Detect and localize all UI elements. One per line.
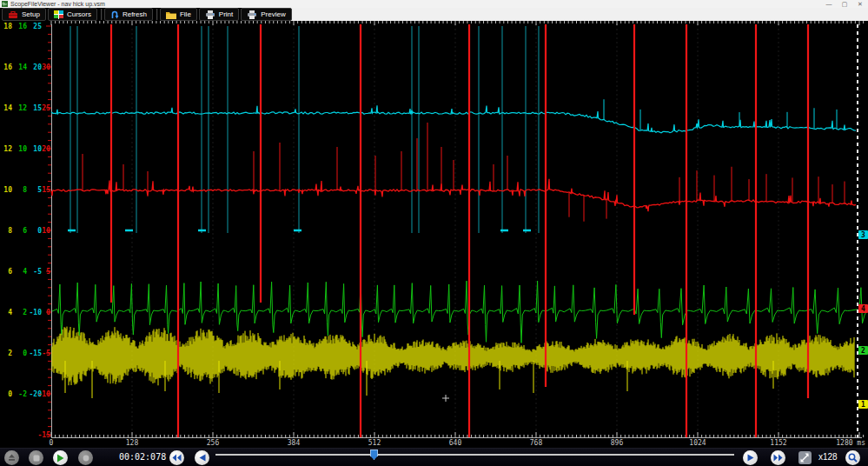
svg-text:-10: -10 xyxy=(38,390,51,398)
file-button[interactable]: File xyxy=(160,8,197,21)
svg-text:16: 16 xyxy=(18,23,27,30)
red-trace xyxy=(51,123,856,222)
svg-text:-10: -10 xyxy=(30,309,43,316)
scope-plot-canvas[interactable]: 0128256384512640768896102411521280 ms181… xyxy=(0,21,868,448)
fast-forward-button[interactable] xyxy=(771,450,785,465)
svg-text:12: 12 xyxy=(3,145,12,153)
print-preview-icon xyxy=(247,10,257,19)
svg-text:10: 10 xyxy=(3,186,12,194)
left-scale-labels: 1816141210864201614121086420-22520151050… xyxy=(3,23,50,439)
svg-text:25: 25 xyxy=(42,104,50,112)
app-icon xyxy=(2,1,8,7)
svg-text:-15: -15 xyxy=(38,431,51,439)
svg-text:10: 10 xyxy=(33,145,42,153)
rewind-icon xyxy=(172,454,182,462)
record-icon xyxy=(83,455,89,462)
fit-view-button[interactable] xyxy=(798,451,812,464)
red-spike-lines xyxy=(111,24,808,437)
step-back-button[interactable] xyxy=(195,450,209,465)
toolbar-button-strip: Setup Cursors Refresh xyxy=(0,8,288,21)
setup-button[interactable]: Setup xyxy=(2,8,46,21)
cursors-button[interactable]: Cursors xyxy=(48,8,97,21)
refresh-button[interactable]: Refresh xyxy=(104,8,153,21)
stop-button[interactable] xyxy=(29,450,43,465)
svg-text:-5: -5 xyxy=(42,350,50,357)
svg-text:16: 16 xyxy=(3,63,12,71)
folder-icon xyxy=(166,10,176,19)
crosshair-marker xyxy=(442,395,449,402)
print-button[interactable]: Print xyxy=(199,8,239,21)
svg-text:3: 3 xyxy=(861,231,865,239)
svg-text:512: 512 xyxy=(368,439,381,447)
preview-label: Preview xyxy=(261,10,285,18)
print-label: Print xyxy=(219,10,233,18)
svg-text:1024: 1024 xyxy=(689,439,706,447)
svg-text:0: 0 xyxy=(50,439,54,447)
svg-text:0: 0 xyxy=(23,350,27,357)
eject-button[interactable] xyxy=(4,450,19,465)
fast-forward-icon xyxy=(773,454,783,462)
svg-text:6: 6 xyxy=(8,268,12,276)
svg-text:0: 0 xyxy=(46,309,50,316)
stop-icon xyxy=(33,455,40,462)
toolbar-separator xyxy=(101,9,103,20)
svg-text:18: 18 xyxy=(3,23,12,30)
svg-text:14: 14 xyxy=(3,104,12,112)
svg-text:10: 10 xyxy=(18,145,27,153)
scope-file-viewer-window: ScopeFileViewer - nav hick up.vsm — ▢ ✕ … xyxy=(0,0,868,466)
svg-text:14: 14 xyxy=(18,63,27,71)
window-title: ScopeFileViewer - nav hick up.vsm xyxy=(10,0,105,8)
svg-text:1280 ms: 1280 ms xyxy=(836,439,865,447)
svg-text:20: 20 xyxy=(42,145,50,153)
svg-text:896: 896 xyxy=(611,439,624,447)
svg-text:-5: -5 xyxy=(33,268,42,276)
svg-text:30: 30 xyxy=(42,63,50,71)
refresh-label: Refresh xyxy=(123,10,147,18)
play-button[interactable] xyxy=(53,450,68,465)
timeline-slider-thumb[interactable] xyxy=(370,449,378,460)
time-display: 00:02:078 xyxy=(119,452,166,462)
svg-text:8: 8 xyxy=(8,227,12,235)
step-forward-icon xyxy=(747,454,754,462)
svg-text:640: 640 xyxy=(449,439,462,447)
svg-text:15: 15 xyxy=(33,104,42,112)
svg-text:1152: 1152 xyxy=(770,439,786,447)
minimize-button[interactable]: — xyxy=(821,0,837,8)
preview-button[interactable]: Preview xyxy=(241,8,291,21)
svg-text:2: 2 xyxy=(23,309,27,316)
refresh-icon xyxy=(110,10,119,19)
svg-text:8: 8 xyxy=(23,186,27,194)
svg-text:1: 1 xyxy=(861,401,865,409)
toolbox-icon xyxy=(8,10,18,19)
close-button[interactable]: ✕ xyxy=(852,0,868,8)
svg-text:4: 4 xyxy=(8,309,12,316)
transport-bar: 00:02:078 xyxy=(0,448,868,466)
svg-text:10: 10 xyxy=(42,227,50,235)
cyan-dropout-lines xyxy=(68,26,546,233)
cursors-label: Cursors xyxy=(67,10,91,18)
svg-text:25: 25 xyxy=(33,23,42,30)
play-icon xyxy=(56,454,64,463)
maximize-button[interactable]: ▢ xyxy=(837,0,852,8)
svg-text:15: 15 xyxy=(42,186,50,194)
toolbar: Setup Cursors Refresh xyxy=(0,8,868,21)
svg-text:2: 2 xyxy=(861,347,865,355)
green-trace xyxy=(52,281,868,343)
zoom-button[interactable] xyxy=(845,450,860,465)
svg-text:4: 4 xyxy=(23,268,27,276)
scope-plot[interactable]: 0128256384512640768896102411521280 ms181… xyxy=(0,21,868,448)
svg-text:-2: -2 xyxy=(18,390,27,398)
title-bar: ScopeFileViewer - nav hick up.vsm — ▢ ✕ xyxy=(0,0,868,8)
step-forward-button[interactable] xyxy=(743,450,758,465)
svg-text:128: 128 xyxy=(126,439,139,447)
rewind-button[interactable] xyxy=(169,450,184,465)
file-label: File xyxy=(180,10,191,18)
timeline-slider-track[interactable] xyxy=(215,454,734,456)
svg-text:6: 6 xyxy=(23,227,27,235)
svg-text:5: 5 xyxy=(46,268,50,276)
record-button[interactable] xyxy=(78,450,93,465)
svg-text:20: 20 xyxy=(33,63,42,71)
printer-icon xyxy=(205,10,215,19)
svg-text:0: 0 xyxy=(8,390,12,398)
svg-text:2: 2 xyxy=(8,350,12,357)
